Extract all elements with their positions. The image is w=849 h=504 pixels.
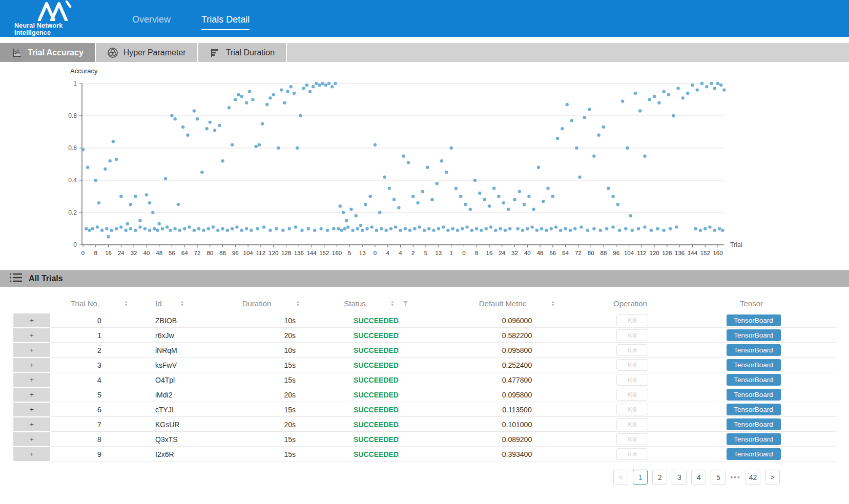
tensorboard-button[interactable]: TensorBoard (727, 374, 781, 386)
scatter-point[interactable] (669, 227, 672, 230)
scatter-point[interactable] (170, 114, 173, 117)
scatter-point[interactable] (302, 87, 305, 90)
scatter-point[interactable] (330, 85, 334, 88)
scatter-point[interactable] (181, 125, 184, 129)
scatter-point[interactable] (650, 228, 653, 232)
scatter-point[interactable] (346, 225, 349, 228)
scatter-point[interactable] (550, 227, 553, 230)
scatter-point[interactable] (675, 225, 678, 228)
scatter-point[interactable] (583, 116, 586, 119)
scatter-point[interactable] (227, 106, 231, 109)
page-next-button[interactable]: > (765, 470, 780, 485)
scatter-point[interactable] (124, 228, 127, 232)
scatter-point[interactable] (202, 228, 205, 232)
scatter-point[interactable] (526, 227, 529, 230)
scatter-point[interactable] (588, 108, 591, 111)
scatter-point[interactable] (345, 219, 348, 222)
scatter-point[interactable] (91, 227, 94, 230)
scatter-point[interactable] (86, 166, 89, 169)
scatter-point[interactable] (81, 148, 85, 151)
scatter-point[interactable] (327, 82, 330, 85)
scatter-point[interactable] (492, 187, 495, 190)
page-button-42[interactable]: 42 (746, 470, 760, 485)
scatter-point[interactable] (326, 228, 329, 232)
scatter-point[interactable] (286, 90, 289, 93)
scatter-point[interactable] (153, 227, 156, 230)
scatter-point[interactable] (657, 101, 660, 104)
scatter-point[interactable] (384, 228, 387, 232)
scatter-point[interactable] (703, 227, 707, 230)
scatter-point[interactable] (681, 96, 685, 99)
expand-row-button[interactable]: + (13, 432, 51, 447)
scatter-point[interactable] (105, 227, 108, 230)
scatter-point[interactable] (231, 143, 234, 146)
scatter-point[interactable] (156, 228, 159, 232)
column-header-status[interactable]: Status▲▼ (312, 299, 440, 308)
scatter-point[interactable] (605, 227, 608, 230)
sort-icon[interactable]: ▲▼ (551, 301, 555, 307)
scatter-point[interactable] (258, 143, 261, 146)
scatter-point[interactable] (164, 177, 167, 180)
scatter-point[interactable] (499, 227, 502, 230)
scatter-point[interactable] (355, 214, 358, 217)
scatter-point[interactable] (361, 228, 364, 232)
scatter-point[interactable] (561, 127, 564, 130)
scatter-point[interactable] (359, 224, 362, 227)
scatter-point[interactable] (256, 227, 259, 230)
scatter-point[interactable] (459, 195, 462, 198)
scatter-point[interactable] (653, 95, 656, 98)
kill-button[interactable]: Kill (616, 418, 648, 430)
scatter-point[interactable] (300, 228, 303, 232)
scatter-point[interactable] (134, 195, 137, 198)
scatter-point[interactable] (686, 92, 689, 95)
scatter-point[interactable] (277, 146, 280, 150)
scatter-point[interactable] (523, 203, 526, 206)
scatter-point[interactable] (497, 195, 500, 198)
sort-icon[interactable]: ▲▼ (124, 301, 128, 307)
scatter-point[interactable] (411, 195, 415, 198)
scatter-point[interactable] (537, 166, 540, 169)
scatter-point[interactable] (283, 101, 286, 104)
scatter-point[interactable] (378, 211, 381, 214)
kill-button[interactable]: Kill (616, 404, 648, 415)
expand-row-button[interactable]: + (13, 447, 51, 461)
scatter-point[interactable] (397, 206, 400, 209)
scatter-point[interactable] (134, 228, 137, 232)
expand-row-button[interactable]: + (13, 313, 51, 328)
tensorboard-button[interactable]: TensorBoard (727, 329, 781, 341)
scatter-point[interactable] (294, 225, 297, 228)
column-header-metric[interactable]: Default Metric▲▼ (440, 299, 594, 308)
page-button-1[interactable]: 1 (633, 470, 648, 485)
scatter-point[interactable] (461, 227, 464, 230)
scatter-point[interactable] (621, 99, 624, 102)
sort-icon[interactable]: ▲▼ (390, 301, 395, 307)
scatter-point[interactable] (570, 119, 573, 122)
column-header-no[interactable]: Trial No.▲▼ (51, 299, 148, 308)
scatter-point[interactable] (383, 176, 386, 179)
scatter-point[interactable] (226, 228, 229, 232)
scatter-point[interactable] (643, 225, 646, 228)
scatter-point[interactable] (478, 192, 481, 195)
expand-row-button[interactable]: + (13, 343, 51, 358)
scatter-point[interactable] (426, 166, 429, 169)
scatter-point[interactable] (494, 228, 497, 232)
scatter-point[interactable] (334, 82, 337, 85)
scatter-point[interactable] (129, 227, 132, 230)
scatter-point[interactable] (470, 228, 473, 232)
nav-tab-overview[interactable]: Overview (132, 14, 171, 30)
scatter-point[interactable] (545, 228, 548, 232)
scatter-point[interactable] (193, 109, 196, 112)
scatter-point[interactable] (454, 187, 458, 190)
sort-icon[interactable]: ▲▼ (296, 301, 300, 307)
scatter-point[interactable] (579, 225, 583, 228)
scatter-point[interactable] (483, 198, 486, 201)
scatter-point[interactable] (551, 195, 554, 198)
scatter-point[interactable] (218, 124, 221, 127)
kill-button[interactable]: Kill (616, 314, 648, 326)
scatter-point[interactable] (313, 228, 316, 232)
scatter-point[interactable] (213, 129, 216, 132)
kill-button[interactable]: Kill (616, 374, 648, 386)
scatter-point[interactable] (696, 88, 699, 91)
scatter-point[interactable] (480, 228, 483, 232)
scatter-point[interactable] (268, 228, 272, 232)
